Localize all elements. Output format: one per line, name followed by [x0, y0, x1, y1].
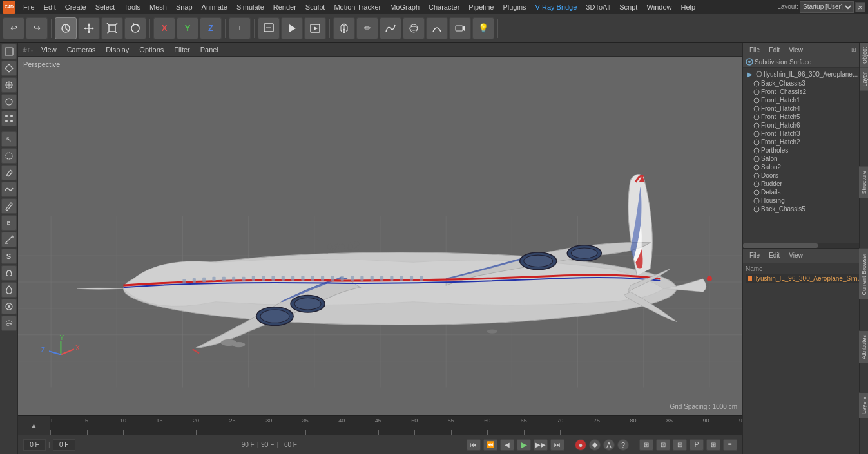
go-back-btn[interactable]: ⏪ — [483, 439, 497, 451]
spline-btn[interactable] — [380, 17, 401, 39]
tool-smooth[interactable] — [1, 182, 17, 197]
tree-item-doors[interactable]: Doors — [744, 171, 867, 180]
menu-plugins[interactable]: Plugins — [499, 2, 530, 12]
attr-edit-tab[interactable]: Edit — [765, 251, 784, 260]
layout-btn[interactable]: ≡ — [723, 439, 737, 451]
render-btn[interactable] — [281, 17, 303, 39]
tree-item-front-hatch5[interactable]: Front_Hatch5 — [744, 113, 867, 121]
tree-item-salon2[interactable]: Salon2 — [744, 163, 867, 171]
go-end-btn[interactable]: ⏭ — [550, 439, 564, 451]
menu-select[interactable]: Select — [92, 2, 119, 12]
viewport-menu-display[interactable]: Display — [103, 44, 131, 55]
menu-file[interactable]: File — [19, 2, 39, 12]
tool-arrow[interactable]: ↖ — [1, 131, 17, 147]
attr-file-tab[interactable]: File — [746, 251, 764, 260]
tree-item-root[interactable]: ▶ Ilyushin_IL_96_300_Aeroplane... — [744, 69, 867, 79]
viewport-menu-options[interactable]: Options — [137, 44, 166, 55]
tree-item-front-hatch2[interactable]: Front_Hatch2 — [744, 138, 867, 146]
redo-btn[interactable]: ↪ — [26, 17, 48, 39]
tool-brush[interactable] — [1, 165, 17, 180]
render-to-picture-btn[interactable] — [304, 17, 326, 39]
layout-select[interactable]: Startup [User] — [800, 1, 854, 13]
playback-settings-btn[interactable]: ? — [617, 439, 629, 451]
tool-polygon[interactable] — [1, 77, 17, 93]
menu-motion-tracker[interactable]: Motion Tracker — [330, 2, 385, 12]
tree-item-front-hatch4[interactable]: Front_Hatch4 — [744, 104, 867, 113]
vtab-object[interactable]: Object — [860, 43, 868, 68]
snap-to-key-btn[interactable]: ⊞ — [639, 439, 653, 451]
tree-item-front-chassis2[interactable]: Front_Chassis2 — [744, 88, 867, 96]
menu-sculpt[interactable]: Sculpt — [302, 2, 329, 12]
move-btn[interactable] — [78, 17, 100, 39]
menu-edit[interactable]: Edit — [40, 2, 60, 12]
timeline-ruler[interactable]: 0 F5101520253035404550556065707580859095 — [50, 416, 742, 435]
frame-current-input[interactable] — [53, 439, 75, 451]
rotate-btn[interactable] — [124, 17, 146, 39]
viewport-3d[interactable]: Perspective — [18, 57, 742, 415]
play-forward-btn[interactable]: ▶▶ — [534, 439, 548, 451]
vtab-structure[interactable]: Structure — [859, 166, 868, 198]
tool-edge[interactable] — [1, 94, 17, 109]
menu-character[interactable]: Character — [425, 2, 463, 12]
object-tree[interactable]: ▶ Ilyushin_IL_96_300_Aeroplane... Back_C… — [743, 68, 868, 243]
close-layout-btn[interactable]: × — [855, 2, 865, 12]
animate-btn[interactable]: ⊡ — [656, 439, 670, 451]
vtab-layers[interactable]: Layers — [859, 392, 868, 418]
keyframe-btn[interactable]: ◆ — [589, 439, 601, 451]
menu-3dtoall[interactable]: 3DToAll — [582, 2, 614, 12]
scale-btn[interactable] — [101, 17, 123, 39]
tool-knife[interactable] — [1, 198, 17, 214]
menu-snap[interactable]: Snap — [172, 2, 197, 12]
tree-item-back-chassis5[interactable]: Back_Chassis5 — [744, 205, 867, 213]
obj-file-tab[interactable]: File — [746, 45, 764, 55]
obj-view-tab[interactable]: View — [785, 45, 807, 55]
deformer-btn[interactable] — [426, 17, 448, 39]
timeline[interactable]: ▲ 0 F51015202530354045505560657075808590… — [18, 415, 742, 435]
nurbs-btn[interactable] — [403, 17, 425, 39]
z-axis-btn[interactable]: Z — [200, 17, 222, 39]
play-back-btn[interactable]: ◀ — [500, 439, 514, 451]
play-btn[interactable]: ▶ — [517, 439, 531, 451]
tool-paint[interactable] — [1, 282, 17, 298]
record-btn[interactable]: ● — [575, 439, 586, 451]
viewport-menu-cameras[interactable]: Cameras — [64, 44, 99, 55]
tool-twist[interactable] — [1, 316, 17, 331]
viewport-menu-panel[interactable]: Panel — [198, 44, 221, 55]
select-mode-btn[interactable] — [55, 17, 77, 39]
y-axis-btn[interactable]: Y — [177, 17, 198, 39]
tree-item-back-chassis3[interactable]: Back_Chassis3 — [744, 79, 867, 88]
menu-script[interactable]: Script — [615, 2, 641, 12]
menu-window[interactable]: Window — [642, 2, 675, 12]
tree-item-rudder[interactable]: Rudder — [744, 180, 867, 188]
pen-btn[interactable]: ✏ — [356, 17, 378, 39]
tree-item-salon[interactable]: Salon — [744, 155, 867, 163]
tool-lasso[interactable] — [1, 148, 17, 164]
menu-simulate[interactable]: Simulate — [233, 2, 268, 12]
menu-tools[interactable]: Tools — [120, 2, 144, 12]
menu-animate[interactable]: Animate — [198, 2, 231, 12]
add-btn[interactable]: + — [229, 17, 251, 39]
undo-btn[interactable]: ↩ — [3, 17, 24, 39]
render-settings-btn[interactable] — [258, 17, 280, 39]
cube-btn[interactable] — [333, 17, 355, 39]
light-btn[interactable]: 💡 — [472, 17, 494, 39]
param-btn[interactable]: P — [690, 439, 704, 451]
timeline-view-btn[interactable]: ⊞ — [706, 439, 720, 451]
obj-edit-tab[interactable]: Edit — [765, 45, 784, 55]
tool-mesh[interactable] — [1, 61, 17, 76]
auto-key-btn[interactable]: A — [603, 439, 615, 451]
viewport-menu-view[interactable]: View — [39, 44, 59, 55]
menu-create[interactable]: Create — [61, 2, 90, 12]
tool-magnet[interactable] — [1, 265, 17, 281]
vtab-attributes-right[interactable]: Attributes — [859, 330, 868, 363]
tree-item-front-hatch6[interactable]: Front_Hatch6 — [744, 121, 867, 129]
tool-model[interactable] — [1, 44, 17, 59]
viewport-menu-filter[interactable]: Filter — [171, 44, 192, 55]
tool-point[interactable] — [1, 111, 17, 126]
menu-help[interactable]: Help — [677, 2, 700, 12]
tree-item-housing[interactable]: Housing — [744, 196, 867, 205]
menu-pipeline[interactable]: Pipeline — [465, 2, 497, 12]
tool-s[interactable]: S — [1, 249, 17, 264]
attr-view-tab[interactable]: View — [785, 251, 807, 260]
menu-mograph[interactable]: MoGraph — [386, 2, 423, 12]
